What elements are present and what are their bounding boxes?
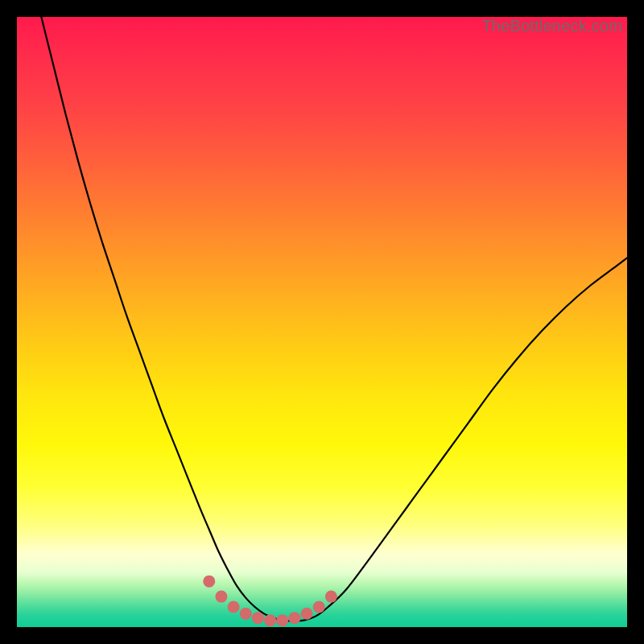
curve-marker bbox=[313, 601, 325, 613]
plot-area: TheBottleneck.com bbox=[17, 17, 627, 627]
curve-marker bbox=[203, 576, 215, 588]
curve-marker bbox=[240, 608, 252, 620]
chart-frame: TheBottleneck.com bbox=[0, 0, 644, 644]
bottleneck-curve bbox=[17, 17, 627, 627]
curve-marker bbox=[228, 601, 240, 613]
curve-marker bbox=[215, 591, 227, 603]
curve-marker bbox=[325, 591, 337, 603]
curve-marker bbox=[252, 612, 264, 624]
curve-marker bbox=[301, 608, 313, 620]
curve-marker bbox=[276, 614, 288, 626]
curve-marker bbox=[264, 614, 276, 626]
curve-marker bbox=[288, 612, 300, 624]
